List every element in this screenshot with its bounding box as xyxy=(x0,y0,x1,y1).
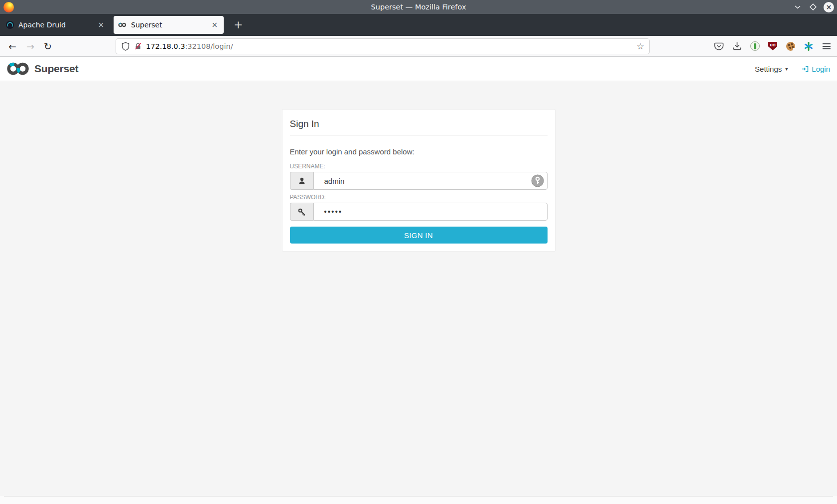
url-bar[interactable]: 172.18.0.3 :32108/login/ ☆ xyxy=(116,39,649,54)
superset-infinity-icon xyxy=(6,61,30,76)
pocket-icon[interactable] xyxy=(714,41,724,51)
sign-in-card: Sign In Enter your login and password be… xyxy=(282,109,556,252)
navigation-toolbar: ← → ↻ 172.18.0.3 :32108/login/ ☆ xyxy=(0,36,837,57)
password-manager-key-icon[interactable] xyxy=(531,174,544,187)
bookmark-star-icon[interactable]: ☆ xyxy=(637,41,644,51)
username-input-group xyxy=(290,172,548,190)
page-footer xyxy=(0,496,837,504)
page-content: Sign In Enter your login and password be… xyxy=(0,81,837,496)
tab-strip: Apache Druid × Superset × + xyxy=(0,14,837,36)
sign-in-button[interactable]: SIGN IN xyxy=(290,227,548,244)
password-label: PASSWORD: xyxy=(290,194,548,201)
tab-superset[interactable]: Superset × xyxy=(114,16,224,34)
asterisk-extension-icon[interactable] xyxy=(804,41,814,51)
window-title: Superset — Mozilla Firefox xyxy=(371,3,466,11)
privacy-badger-icon[interactable] xyxy=(750,41,760,51)
settings-label: Settings xyxy=(755,65,782,73)
login-link[interactable]: Login xyxy=(802,65,830,73)
password-input[interactable] xyxy=(313,203,548,221)
superset-navbar: Superset Settings ▾ Login xyxy=(0,57,837,81)
back-button[interactable]: ← xyxy=(5,39,20,54)
tab-close-icon[interactable]: × xyxy=(96,20,106,29)
tab-title: Apache Druid xyxy=(18,21,96,29)
window-titlebar: Superset — Mozilla Firefox × xyxy=(0,0,837,14)
login-label: Login xyxy=(812,65,830,73)
close-icon[interactable]: × xyxy=(824,2,834,12)
brand-name: Superset xyxy=(34,63,78,75)
divider xyxy=(290,135,548,135)
download-icon[interactable] xyxy=(732,41,742,51)
maximize-icon[interactable] xyxy=(808,1,818,12)
druid-favicon-icon xyxy=(5,21,14,29)
superset-favicon-icon xyxy=(118,21,127,29)
sign-in-icon xyxy=(802,65,809,73)
ublock-origin-icon[interactable]: UO xyxy=(768,41,778,51)
tracking-protection-shield-icon[interactable] xyxy=(121,42,130,51)
username-label: USERNAME: xyxy=(290,163,548,170)
user-icon xyxy=(290,172,313,190)
new-tab-button[interactable]: + xyxy=(230,19,247,30)
minimize-icon[interactable] xyxy=(793,1,803,12)
tab-title: Superset xyxy=(131,21,210,29)
settings-menu[interactable]: Settings ▾ xyxy=(755,65,788,73)
username-input[interactable] xyxy=(313,172,548,190)
menu-icon[interactable] xyxy=(822,41,832,51)
card-title: Sign In xyxy=(290,119,548,129)
reload-button[interactable]: ↻ xyxy=(40,39,55,54)
url-host: 172.18.0.3 xyxy=(146,42,185,50)
chevron-down-icon: ▾ xyxy=(785,66,788,72)
tab-close-icon[interactable]: × xyxy=(210,20,219,29)
cookie-extension-icon[interactable] xyxy=(786,41,796,51)
forward-button: → xyxy=(23,39,38,54)
sign-in-subtitle: Enter your login and password below: xyxy=(290,147,548,156)
insecure-lock-icon[interactable] xyxy=(134,42,142,50)
superset-logo[interactable]: Superset xyxy=(6,61,78,76)
key-icon xyxy=(290,203,313,221)
firefox-icon xyxy=(3,2,14,12)
window-controls: × xyxy=(793,0,834,14)
toolbar-extensions: UO xyxy=(714,36,832,56)
tab-apache-druid[interactable]: Apache Druid × xyxy=(1,16,110,34)
url-path: :32108/login/ xyxy=(185,42,233,50)
password-input-group xyxy=(290,203,548,221)
